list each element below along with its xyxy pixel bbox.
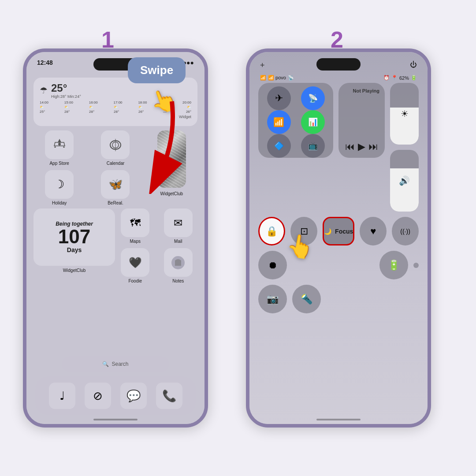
alarm-icon: ⏰ bbox=[383, 75, 390, 81]
notes-item[interactable]: Notes bbox=[159, 248, 198, 283]
brightness-icon: ☀ bbox=[401, 108, 409, 119]
airplay-button[interactable]: 📺 bbox=[301, 134, 325, 158]
svg-point-1 bbox=[58, 143, 61, 145]
widgetclub-bottom-label: WidgetClub bbox=[33, 268, 115, 273]
brightness-slider[interactable]: ☀ bbox=[390, 83, 419, 145]
cellular-button[interactable]: 📊 bbox=[301, 110, 325, 134]
sliders-column: ☀ 🔊 bbox=[390, 83, 419, 212]
wifi-button[interactable]: 📶 bbox=[267, 110, 291, 134]
bereal-item[interactable]: 🦋 BeReal. bbox=[89, 170, 141, 205]
home-indicator-1 bbox=[93, 419, 138, 420]
foodie-icon: 🖤 bbox=[121, 248, 149, 277]
prev-button[interactable]: ⏮ bbox=[345, 141, 355, 152]
bluetooth-button[interactable]: 🔷 bbox=[267, 134, 291, 158]
time-display: 12:48 bbox=[37, 59, 53, 66]
being-number: 107 bbox=[58, 227, 90, 246]
wifi-icon: 📡 bbox=[288, 75, 294, 81]
maps-icon: 🗺 bbox=[121, 208, 149, 237]
camera-button[interactable]: 📷 bbox=[258, 285, 287, 313]
music-dock-icon[interactable]: ♩ bbox=[49, 383, 75, 409]
cc-status-bar: 📶 📶 povo 📡 ⏰ 📍 62% 🔋 bbox=[260, 75, 417, 81]
calendar-label: Calendar bbox=[107, 161, 125, 166]
calendar-icon bbox=[101, 130, 130, 159]
cc-power-button[interactable]: ⏻ bbox=[410, 61, 417, 69]
focus-button[interactable]: 🌙 Focus bbox=[323, 217, 354, 245]
messages-dock-icon[interactable]: 💬 bbox=[120, 383, 147, 409]
maps-label: Maps bbox=[130, 239, 141, 244]
bereal-icon: 🦋 bbox=[101, 170, 130, 199]
battery-text: 62% bbox=[399, 75, 409, 81]
battery-icon: 🔋 bbox=[411, 75, 417, 81]
notes-label: Notes bbox=[172, 279, 184, 283]
cc-row-3: ⏺ 🔋 bbox=[258, 251, 419, 279]
cc-battery-area: ⏰ 📍 62% 🔋 bbox=[383, 75, 417, 81]
weather-icon: ☂ bbox=[40, 85, 48, 96]
dynamic-island-2 bbox=[316, 58, 361, 71]
weather-temp: 25° bbox=[51, 82, 81, 94]
volume-icon: 🔊 bbox=[399, 175, 410, 186]
bereal-label: BeReal. bbox=[108, 201, 123, 205]
search-text: Search bbox=[112, 361, 128, 367]
rotation-lock-button[interactable]: 🔒 bbox=[258, 217, 285, 245]
app-store-icon bbox=[45, 130, 74, 159]
moon-icon: 🌙 bbox=[324, 228, 331, 235]
mail-item[interactable]: ✉ Mail bbox=[159, 208, 198, 244]
app-row-2: ☽ Holiday 🦋 BeReal. bbox=[33, 170, 197, 205]
holiday-label: Holiday bbox=[52, 201, 67, 205]
media-controls: ⏮ ▶ ⏭ bbox=[344, 141, 379, 152]
phone-1: 12:48 ●●● ☂ 25° High:28° Min:24° 14:0015… bbox=[23, 48, 208, 428]
cc-row-2: 🔒 ⊡ 🌙 Focus ♥ ((·)) bbox=[258, 217, 419, 245]
carrier-text: 📶 povo bbox=[268, 75, 286, 81]
location-icon: 📍 bbox=[391, 75, 398, 81]
connectivity-block: ✈ 📡 📶 📊 🔷 bbox=[258, 83, 333, 158]
media-not-playing: Not Playing bbox=[344, 88, 379, 93]
foodie-item[interactable]: 🖤 Foodie bbox=[116, 248, 155, 283]
compass-dock-icon[interactable]: ⊘ bbox=[85, 383, 111, 409]
swipe-label: Swipe bbox=[128, 57, 186, 83]
home-indicator-2 bbox=[316, 419, 361, 420]
focus-label: Focus bbox=[335, 228, 353, 235]
weather-sub: High:28° Min:24° bbox=[51, 94, 81, 99]
foodie-notes-area: 🖤 Foodie Notes bbox=[116, 248, 197, 283]
control-center-screen: + ⏻ 📶 📶 povo 📡 ⏰ 📍 62% 🔋 bbox=[249, 52, 428, 424]
weather-label: Widget bbox=[40, 115, 191, 119]
flashlight-button[interactable]: 🔦 bbox=[292, 285, 321, 313]
airplane-button[interactable]: ✈ bbox=[267, 86, 291, 110]
media-block: Not Playing ⏮ ▶ ⏭ bbox=[338, 83, 385, 158]
app-store-label: App Store bbox=[49, 161, 69, 166]
health-button[interactable]: ♥ bbox=[360, 217, 387, 245]
search-bar[interactable]: 🔍 Search bbox=[62, 356, 169, 372]
cc-signal-area: 📶 📶 povo 📡 bbox=[260, 75, 294, 81]
volume-slider[interactable]: 🔊 bbox=[390, 150, 419, 212]
holiday-icon: ☽ bbox=[45, 170, 74, 199]
maps-item[interactable]: 🗺 Maps bbox=[116, 208, 155, 244]
indicator-dot bbox=[413, 263, 419, 268]
wireless-button[interactable]: ((·)) bbox=[392, 217, 419, 245]
holiday-item[interactable]: ☽ Holiday bbox=[33, 170, 85, 205]
being-together-widget: Being together 107 Days bbox=[33, 208, 115, 266]
mail-icon: ✉ bbox=[164, 208, 193, 237]
phone-dock-icon[interactable]: 📞 bbox=[156, 383, 182, 409]
next-button[interactable]: ⏭ bbox=[368, 141, 378, 152]
signal-icon: 📶 bbox=[260, 75, 266, 81]
cc-add-button[interactable]: + bbox=[260, 61, 265, 70]
dock: ♩ ⊘ 💬 📞 bbox=[35, 376, 196, 415]
being-days: Days bbox=[67, 246, 82, 253]
maps-mail-area: 🗺 Maps ✉ Mail bbox=[116, 208, 197, 244]
phone-2: + ⏻ 📶 📶 povo 📡 ⏰ 📍 62% 🔋 bbox=[246, 48, 431, 428]
airdrop-button[interactable]: 📡 bbox=[301, 86, 325, 110]
record-button[interactable]: ⏺ bbox=[258, 251, 287, 279]
control-center-grid: ✈ 📡 📶 📊 🔷 bbox=[258, 83, 419, 313]
notes-icon bbox=[164, 248, 193, 277]
mail-label: Mail bbox=[174, 239, 182, 244]
search-icon: 🔍 bbox=[102, 361, 109, 367]
cc-row-4: 📷 🔦 bbox=[258, 285, 419, 313]
foodie-label: Foodie bbox=[128, 279, 142, 283]
battery-button[interactable]: 🔋 bbox=[379, 251, 408, 279]
play-button[interactable]: ▶ bbox=[358, 141, 365, 152]
hand-cursor-2: 👆 bbox=[284, 231, 316, 261]
